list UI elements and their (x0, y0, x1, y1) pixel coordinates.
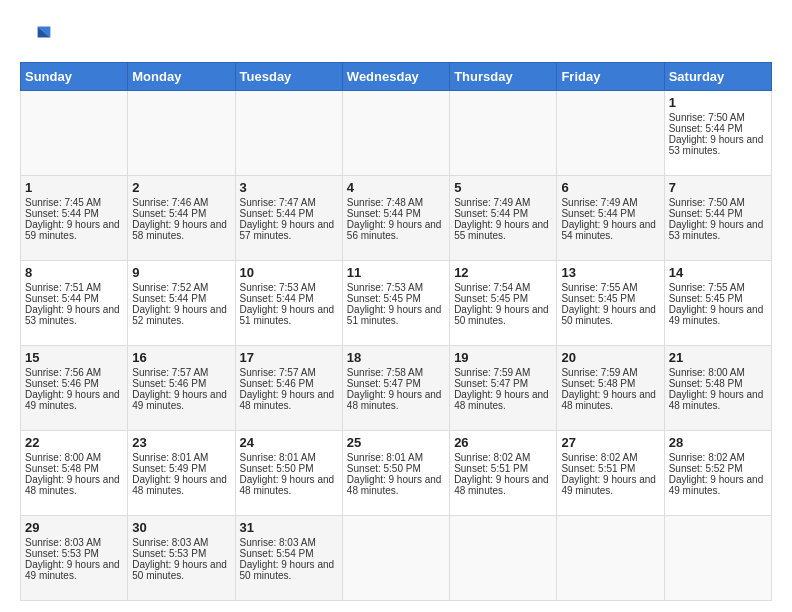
sunset: Sunset: 5:45 PM (669, 293, 743, 304)
daylight-label: Daylight: 9 hours and 50 minutes. (132, 559, 227, 581)
sunrise: Sunrise: 7:59 AM (561, 367, 637, 378)
day-number: 11 (347, 265, 445, 280)
calendar-cell (450, 91, 557, 176)
day-number: 6 (561, 180, 659, 195)
sunset: Sunset: 5:48 PM (25, 463, 99, 474)
day-number: 26 (454, 435, 552, 450)
sunrise: Sunrise: 7:56 AM (25, 367, 101, 378)
daylight-label: Daylight: 9 hours and 50 minutes. (561, 304, 656, 326)
sunrise: Sunrise: 7:55 AM (669, 282, 745, 293)
calendar-cell (664, 516, 771, 601)
sunset: Sunset: 5:44 PM (132, 208, 206, 219)
calendar-cell: 19Sunrise: 7:59 AMSunset: 5:47 PMDayligh… (450, 346, 557, 431)
sunrise: Sunrise: 7:48 AM (347, 197, 423, 208)
sunrise: Sunrise: 7:53 AM (347, 282, 423, 293)
calendar-cell: 23Sunrise: 8:01 AMSunset: 5:49 PMDayligh… (128, 431, 235, 516)
day-number: 15 (25, 350, 123, 365)
sunset: Sunset: 5:47 PM (347, 378, 421, 389)
sunset: Sunset: 5:48 PM (561, 378, 635, 389)
sunset: Sunset: 5:44 PM (454, 208, 528, 219)
calendar-cell: 17Sunrise: 7:57 AMSunset: 5:46 PMDayligh… (235, 346, 342, 431)
sunset: Sunset: 5:50 PM (347, 463, 421, 474)
week-row-6: 29Sunrise: 8:03 AMSunset: 5:53 PMDayligh… (21, 516, 772, 601)
day-number: 23 (132, 435, 230, 450)
sunrise: Sunrise: 7:49 AM (454, 197, 530, 208)
daylight-label: Daylight: 9 hours and 57 minutes. (240, 219, 335, 241)
calendar-cell: 13Sunrise: 7:55 AMSunset: 5:45 PMDayligh… (557, 261, 664, 346)
sunrise: Sunrise: 7:57 AM (132, 367, 208, 378)
calendar-cell (128, 91, 235, 176)
calendar-cell: 1Sunrise: 7:50 AMSunset: 5:44 PMDaylight… (664, 91, 771, 176)
daylight-label: Daylight: 9 hours and 48 minutes. (669, 389, 764, 411)
daylight-label: Daylight: 9 hours and 48 minutes. (240, 389, 335, 411)
sunrise: Sunrise: 7:59 AM (454, 367, 530, 378)
sunset: Sunset: 5:46 PM (240, 378, 314, 389)
day-number: 18 (347, 350, 445, 365)
calendar-cell: 30Sunrise: 8:03 AMSunset: 5:53 PMDayligh… (128, 516, 235, 601)
calendar-cell: 12Sunrise: 7:54 AMSunset: 5:45 PMDayligh… (450, 261, 557, 346)
calendar-cell: 11Sunrise: 7:53 AMSunset: 5:45 PMDayligh… (342, 261, 449, 346)
sunrise: Sunrise: 8:03 AM (25, 537, 101, 548)
daylight-label: Daylight: 9 hours and 49 minutes. (561, 474, 656, 496)
daylight-label: Daylight: 9 hours and 48 minutes. (561, 389, 656, 411)
day-number: 21 (669, 350, 767, 365)
sunset: Sunset: 5:51 PM (561, 463, 635, 474)
week-row-5: 22Sunrise: 8:00 AMSunset: 5:48 PMDayligh… (21, 431, 772, 516)
calendar-cell: 10Sunrise: 7:53 AMSunset: 5:44 PMDayligh… (235, 261, 342, 346)
day-number: 20 (561, 350, 659, 365)
sunset: Sunset: 5:44 PM (25, 293, 99, 304)
sunrise: Sunrise: 8:00 AM (669, 367, 745, 378)
daylight-label: Daylight: 9 hours and 48 minutes. (132, 474, 227, 496)
daylight-label: Daylight: 9 hours and 51 minutes. (347, 304, 442, 326)
sunrise: Sunrise: 8:02 AM (561, 452, 637, 463)
calendar-cell (342, 516, 449, 601)
sunrise: Sunrise: 7:47 AM (240, 197, 316, 208)
sunrise: Sunrise: 8:01 AM (347, 452, 423, 463)
calendar-cell: 16Sunrise: 7:57 AMSunset: 5:46 PMDayligh… (128, 346, 235, 431)
calendar-cell: 29Sunrise: 8:03 AMSunset: 5:53 PMDayligh… (21, 516, 128, 601)
calendar-cell: 15Sunrise: 7:56 AMSunset: 5:46 PMDayligh… (21, 346, 128, 431)
sunrise: Sunrise: 7:51 AM (25, 282, 101, 293)
daylight-label: Daylight: 9 hours and 50 minutes. (240, 559, 335, 581)
calendar-cell: 8Sunrise: 7:51 AMSunset: 5:44 PMDaylight… (21, 261, 128, 346)
sunrise: Sunrise: 7:50 AM (669, 197, 745, 208)
daylight-label: Daylight: 9 hours and 58 minutes. (132, 219, 227, 241)
calendar-table: SundayMondayTuesdayWednesdayThursdayFrid… (20, 62, 772, 601)
day-number: 25 (347, 435, 445, 450)
sunset: Sunset: 5:45 PM (561, 293, 635, 304)
day-header-tuesday: Tuesday (235, 63, 342, 91)
day-header-saturday: Saturday (664, 63, 771, 91)
day-header-monday: Monday (128, 63, 235, 91)
day-header-sunday: Sunday (21, 63, 128, 91)
daylight-label: Daylight: 9 hours and 48 minutes. (240, 474, 335, 496)
sunset: Sunset: 5:44 PM (240, 293, 314, 304)
calendar-cell: 26Sunrise: 8:02 AMSunset: 5:51 PMDayligh… (450, 431, 557, 516)
logo-icon (20, 20, 52, 52)
calendar-cell: 25Sunrise: 8:01 AMSunset: 5:50 PMDayligh… (342, 431, 449, 516)
calendar-cell: 6Sunrise: 7:49 AMSunset: 5:44 PMDaylight… (557, 176, 664, 261)
calendar-cell (342, 91, 449, 176)
sunset: Sunset: 5:44 PM (669, 208, 743, 219)
daylight-label: Daylight: 9 hours and 48 minutes. (25, 474, 120, 496)
day-header-friday: Friday (557, 63, 664, 91)
daylight-label: Daylight: 9 hours and 59 minutes. (25, 219, 120, 241)
sunset: Sunset: 5:46 PM (132, 378, 206, 389)
week-row-2: 1Sunrise: 7:45 AMSunset: 5:44 PMDaylight… (21, 176, 772, 261)
day-number: 10 (240, 265, 338, 280)
sunrise: Sunrise: 7:49 AM (561, 197, 637, 208)
sunrise: Sunrise: 7:53 AM (240, 282, 316, 293)
calendar-cell: 22Sunrise: 8:00 AMSunset: 5:48 PMDayligh… (21, 431, 128, 516)
daylight-label: Daylight: 9 hours and 48 minutes. (347, 389, 442, 411)
week-row-3: 8Sunrise: 7:51 AMSunset: 5:44 PMDaylight… (21, 261, 772, 346)
sunset: Sunset: 5:44 PM (669, 123, 743, 134)
calendar-cell (450, 516, 557, 601)
day-number: 22 (25, 435, 123, 450)
sunset: Sunset: 5:47 PM (454, 378, 528, 389)
day-number: 31 (240, 520, 338, 535)
daylight-label: Daylight: 9 hours and 55 minutes. (454, 219, 549, 241)
sunset: Sunset: 5:46 PM (25, 378, 99, 389)
sunset: Sunset: 5:53 PM (132, 548, 206, 559)
calendar-cell: 7Sunrise: 7:50 AMSunset: 5:44 PMDaylight… (664, 176, 771, 261)
calendar-cell: 18Sunrise: 7:58 AMSunset: 5:47 PMDayligh… (342, 346, 449, 431)
sunset: Sunset: 5:48 PM (669, 378, 743, 389)
